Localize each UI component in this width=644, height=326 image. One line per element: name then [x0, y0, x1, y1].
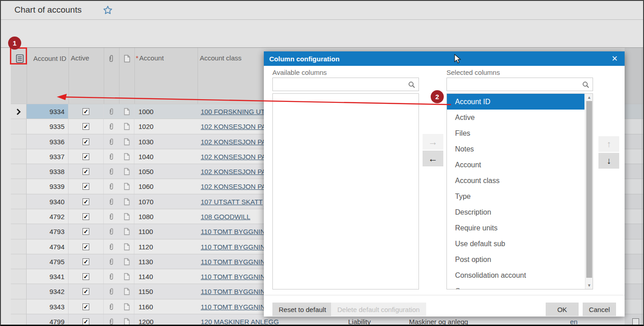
active-checkbox[interactable]: ✓ — [69, 284, 104, 299]
active-checkbox[interactable]: ✓ — [69, 254, 104, 269]
move-down-button[interactable]: ↓ — [598, 153, 619, 169]
available-columns-list[interactable] — [272, 93, 419, 289]
available-search-input[interactable] — [276, 79, 406, 90]
selected-columns-list[interactable]: Account IDActiveFilesNotesAccountAccount… — [446, 93, 593, 289]
notes-icon[interactable] — [119, 119, 134, 134]
account-id-cell[interactable]: 4799 — [27, 314, 69, 326]
files-icon[interactable] — [104, 314, 119, 326]
active-checkbox[interactable]: ✓ — [69, 239, 104, 254]
account-cell[interactable]: 1140 — [134, 269, 198, 284]
active-checkbox[interactable]: ✓ — [69, 209, 104, 224]
account-id-cell[interactable]: 4792 — [27, 209, 69, 224]
files-icon[interactable] — [104, 149, 119, 164]
selected-column-item[interactable]: Currency — [447, 283, 584, 289]
active-checkbox[interactable]: ✓ — [69, 269, 104, 284]
account-cell[interactable]: 1080 — [134, 209, 198, 224]
notes-icon[interactable] — [119, 239, 134, 254]
move-to-available-button[interactable]: ← — [423, 151, 443, 166]
files-icon[interactable] — [104, 239, 119, 254]
files-icon[interactable] — [104, 209, 119, 224]
notes-icon[interactable] — [119, 134, 134, 149]
account-id-cell[interactable]: 9336 — [27, 134, 69, 149]
notes-icon[interactable] — [119, 254, 134, 269]
selected-column-item[interactable]: Description — [447, 204, 584, 220]
files-icon[interactable] — [104, 194, 119, 209]
files-icon[interactable] — [104, 299, 119, 314]
account-cell[interactable]: 1150 — [134, 284, 198, 299]
account-cell[interactable]: 1120 — [134, 239, 198, 254]
files-icon[interactable] — [104, 134, 119, 149]
selected-column-item[interactable]: Type — [447, 188, 584, 204]
selected-search-box[interactable] — [446, 78, 593, 91]
active-checkbox[interactable]: ✓ — [69, 314, 104, 326]
files-icon[interactable] — [104, 269, 119, 284]
selected-column-item[interactable]: Consolidation account — [447, 267, 584, 283]
notes-icon[interactable] — [119, 179, 134, 194]
active-checkbox[interactable]: ✓ — [69, 119, 104, 134]
account-id-cell[interactable]: 9339 — [27, 179, 69, 194]
notes-icon[interactable] — [119, 209, 134, 224]
account-cell[interactable]: 1050 — [134, 164, 198, 179]
active-checkbox[interactable]: ✓ — [69, 134, 104, 149]
selected-column-item[interactable]: Notes — [447, 141, 584, 157]
account-id-cell[interactable]: 9337 — [27, 149, 69, 164]
account-id-cell[interactable]: 9338 — [27, 164, 69, 179]
account-id-cell[interactable]: 9341 — [27, 269, 69, 284]
active-checkbox[interactable]: ✓ — [69, 299, 104, 314]
account-cell[interactable]: 1000 — [134, 104, 198, 119]
column-header-account-id[interactable]: Account ID — [27, 54, 66, 63]
notes-icon[interactable] — [119, 149, 134, 164]
selected-column-item[interactable]: Account ID — [447, 94, 584, 110]
dialog-close-icon[interactable]: × — [608, 52, 621, 65]
scroll-up-icon[interactable]: ▲ — [585, 94, 593, 101]
column-header-active[interactable]: Active — [71, 54, 89, 62]
reset-to-default-button[interactable]: Reset to default — [272, 303, 332, 316]
account-id-cell[interactable]: 9334 — [27, 104, 69, 119]
files-icon[interactable] — [104, 224, 119, 239]
files-icon[interactable] — [104, 164, 119, 179]
column-header-notes-icon[interactable] — [124, 55, 130, 64]
account-cell[interactable]: 1070 — [134, 194, 198, 209]
selected-column-item[interactable]: Require units — [447, 220, 584, 236]
favorite-star-icon[interactable] — [103, 5, 113, 17]
notes-icon[interactable] — [119, 224, 134, 239]
account-id-cell[interactable]: 9340 — [27, 194, 69, 209]
account-cell[interactable]: 1130 — [134, 254, 198, 269]
account-id-cell[interactable]: 9342 — [27, 284, 69, 299]
account-id-cell[interactable]: 9335 — [27, 119, 69, 134]
selected-column-item[interactable]: Post option — [447, 252, 584, 267]
active-checkbox[interactable]: ✓ — [69, 179, 104, 194]
selected-search-input[interactable] — [450, 79, 580, 90]
available-search-box[interactable] — [272, 78, 419, 91]
scrollbar-thumb[interactable] — [586, 101, 592, 278]
notes-icon[interactable] — [119, 284, 134, 299]
files-icon[interactable] — [104, 104, 119, 119]
active-checkbox[interactable]: ✓ — [69, 194, 104, 209]
files-icon[interactable] — [104, 284, 119, 299]
account-cell[interactable]: 1160 — [134, 299, 198, 314]
cancel-button[interactable]: Cancel — [583, 303, 616, 316]
account-cell[interactable]: 1030 — [134, 134, 198, 149]
move-to-selected-button[interactable]: → — [423, 134, 443, 150]
selected-column-item[interactable]: Active — [447, 110, 584, 125]
notes-icon[interactable] — [119, 269, 134, 284]
active-checkbox[interactable]: ✓ — [69, 224, 104, 239]
selected-column-item[interactable]: Account class — [447, 173, 584, 188]
account-cell[interactable]: 1040 — [134, 149, 198, 164]
column-header-account[interactable]: *Account — [136, 54, 164, 62]
files-icon[interactable] — [104, 119, 119, 134]
selected-column-item[interactable]: Account — [447, 157, 584, 173]
active-checkbox[interactable]: ✓ — [69, 149, 104, 164]
account-cell[interactable]: 1060 — [134, 179, 198, 194]
column-header-files-icon[interactable] — [108, 55, 114, 64]
dialog-header[interactable]: Column configuration × — [264, 51, 625, 66]
account-id-cell[interactable]: 4794 — [27, 239, 69, 254]
files-icon[interactable] — [104, 179, 119, 194]
column-header-account-class[interactable]: Account class — [200, 54, 242, 62]
notes-icon[interactable] — [119, 194, 134, 209]
files-icon[interactable] — [104, 254, 119, 269]
notes-icon[interactable] — [119, 104, 134, 119]
account-id-cell[interactable]: 4793 — [27, 224, 69, 239]
notes-icon[interactable] — [119, 299, 134, 314]
account-id-cell[interactable]: 9343 — [27, 299, 69, 314]
